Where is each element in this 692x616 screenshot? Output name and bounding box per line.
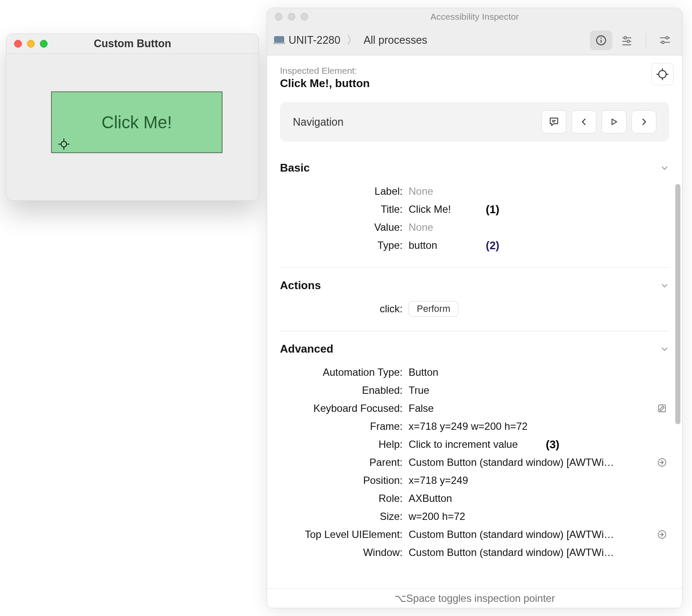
process-filter-label: All processes bbox=[364, 34, 427, 46]
navigation-label: Navigation bbox=[293, 116, 542, 128]
advanced-row-frame: Frame: x=718 y=249 w=200 h=72 bbox=[280, 417, 669, 435]
chevron-left-icon bbox=[579, 117, 589, 127]
process-selector[interactable]: All processes bbox=[364, 34, 427, 46]
start-inspection-button[interactable] bbox=[651, 63, 674, 85]
svg-rect-6 bbox=[273, 42, 285, 44]
section-title: Basic bbox=[280, 161, 310, 175]
laptop-icon bbox=[273, 36, 285, 45]
basic-row-title: Title: Click Me! (1) bbox=[280, 200, 669, 218]
kv-value: Button bbox=[409, 366, 669, 378]
advanced-row-size: Size: w=200 h=72 bbox=[280, 507, 669, 525]
kv-value: button bbox=[409, 239, 669, 251]
section-actions-header[interactable]: Actions bbox=[280, 279, 669, 294]
sample-app-window: Custom Button Click Me! bbox=[6, 33, 259, 201]
footer-hint: ⌥Space toggles inspection pointer bbox=[394, 592, 555, 604]
close-window-button[interactable] bbox=[275, 13, 283, 21]
navigate-to-top-level-button[interactable] bbox=[655, 527, 669, 542]
advanced-row-keyboard-focused: Keyboard Focused: False bbox=[280, 399, 669, 417]
speech-bubble-icon bbox=[548, 116, 560, 127]
custom-button-label: Click Me! bbox=[102, 113, 172, 132]
sample-titlebar: Custom Button bbox=[6, 34, 259, 54]
kv-value: Custom Button (standard window) [AWTWi… bbox=[409, 528, 650, 541]
kv-value: True bbox=[409, 384, 669, 396]
inspector-toolbar: UNIT-2280 〉 All processes bbox=[267, 25, 682, 55]
svg-marker-26 bbox=[612, 119, 617, 125]
advanced-row-automation-type: Automation Type: Button bbox=[280, 363, 669, 381]
kv-key: Title: bbox=[280, 203, 409, 215]
arrow-circle-right-icon bbox=[657, 529, 667, 540]
chevron-down-icon bbox=[660, 281, 669, 290]
custom-click-me-button[interactable]: Click Me! bbox=[51, 91, 223, 153]
kv-value: Click to increment value bbox=[409, 438, 669, 450]
minimize-window-button[interactable] bbox=[288, 13, 295, 21]
edit-icon bbox=[657, 403, 667, 414]
advanced-row-position: Position: x=718 y=249 bbox=[280, 471, 669, 489]
host-selector[interactable]: UNIT-2280 bbox=[273, 34, 340, 46]
host-name: UNIT-2280 bbox=[289, 34, 340, 46]
annotation-3: (3) bbox=[546, 438, 560, 451]
svg-rect-5 bbox=[274, 36, 284, 42]
sample-window-title: Custom Button bbox=[6, 37, 259, 50]
info-circle-icon bbox=[595, 34, 607, 46]
audit-tab-button[interactable] bbox=[616, 30, 638, 50]
section-basic-header[interactable]: Basic bbox=[280, 161, 669, 176]
kv-key: Label: bbox=[280, 185, 409, 197]
svg-point-0 bbox=[61, 142, 67, 147]
nav-previous-button[interactable] bbox=[572, 110, 596, 133]
kv-key: Top Level UIElement: bbox=[280, 528, 409, 541]
toolbar-separator bbox=[646, 33, 646, 47]
kv-key: Window: bbox=[280, 547, 409, 559]
kv-value: w=200 h=72 bbox=[409, 510, 669, 522]
advanced-row-window: Window: Custom Button (standard window) … bbox=[280, 544, 669, 562]
kv-value: None bbox=[409, 185, 669, 197]
kv-key: Frame: bbox=[280, 420, 409, 432]
settings-sliders-icon bbox=[659, 34, 671, 46]
inspected-element-label: Inspected Element: bbox=[280, 66, 669, 76]
kv-key: Help: bbox=[280, 438, 409, 450]
svg-point-9 bbox=[601, 37, 602, 39]
kv-value: Perform bbox=[409, 301, 669, 317]
section-title: Actions bbox=[280, 279, 321, 292]
nav-play-button[interactable] bbox=[602, 110, 626, 133]
kv-value: Custom Button (standard window) [AWTWi… bbox=[409, 456, 650, 468]
kv-key: Automation Type: bbox=[280, 366, 409, 378]
inspection-crosshair-icon bbox=[58, 139, 69, 150]
kv-value: Custom Button (standard window) [AWTWi… bbox=[409, 547, 669, 559]
zoom-window-button[interactable] bbox=[301, 13, 308, 21]
accessibility-inspector-window: Accessibility Inspector UNIT-2280 〉 All … bbox=[267, 8, 683, 608]
kv-key: Keyboard Focused: bbox=[280, 402, 409, 414]
advanced-row-role: Role: AXButton bbox=[280, 489, 669, 507]
advanced-row-parent: Parent: Custom Button (standard window) … bbox=[280, 453, 669, 471]
section-advanced-header[interactable]: Advanced bbox=[280, 342, 669, 357]
kv-key: Position: bbox=[280, 474, 409, 486]
svg-point-13 bbox=[627, 40, 629, 42]
nav-next-button[interactable] bbox=[632, 110, 656, 133]
kv-value: x=718 y=249 w=200 h=72 bbox=[409, 420, 669, 432]
chevron-down-icon bbox=[660, 344, 669, 354]
edit-value-button[interactable] bbox=[655, 401, 669, 416]
advanced-row-help: Help: Click to increment value (3) bbox=[280, 435, 669, 453]
kv-value: None bbox=[409, 221, 669, 233]
inspector-window-title: Accessibility Inspector bbox=[430, 12, 519, 22]
kv-key: click: bbox=[280, 303, 409, 315]
svg-point-11 bbox=[624, 36, 626, 39]
actions-row-click: click: Perform bbox=[280, 300, 669, 318]
sliders-icon bbox=[621, 34, 633, 46]
inspection-tab-button[interactable] bbox=[590, 30, 612, 50]
kv-key: Type: bbox=[280, 239, 409, 251]
perform-click-button[interactable]: Perform bbox=[409, 301, 458, 317]
inspector-footer: ⌥Space toggles inspection pointer bbox=[267, 588, 682, 608]
settings-tab-button[interactable] bbox=[654, 30, 676, 50]
kv-key: Role: bbox=[280, 492, 409, 504]
traffic-lights bbox=[275, 13, 308, 21]
vertical-scrollbar[interactable] bbox=[675, 184, 680, 424]
svg-point-16 bbox=[666, 36, 668, 39]
speak-element-button[interactable] bbox=[542, 110, 566, 133]
play-icon bbox=[609, 117, 619, 127]
kv-key: Value: bbox=[280, 221, 409, 233]
basic-row-value: Value: None bbox=[280, 218, 669, 236]
section-actions: Actions click: Perform bbox=[280, 279, 669, 318]
navigate-to-parent-button[interactable] bbox=[655, 455, 669, 470]
divider bbox=[280, 267, 669, 268]
annotation-2: (2) bbox=[486, 239, 499, 252]
